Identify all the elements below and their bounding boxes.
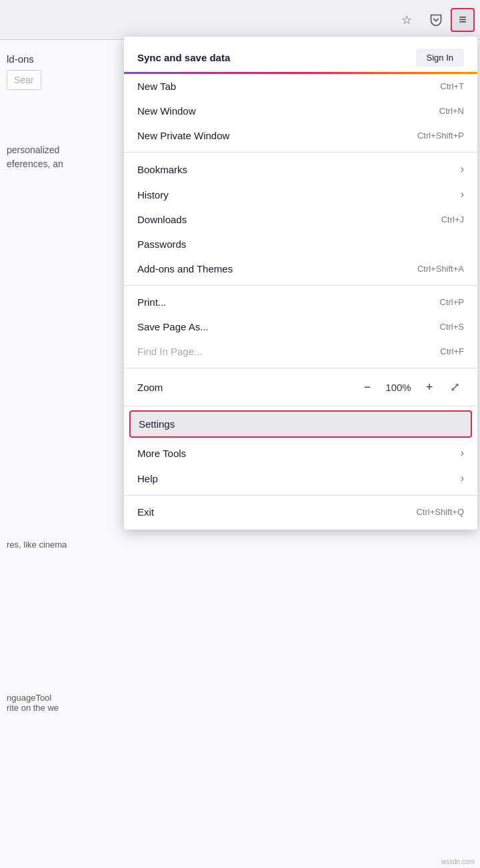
menu-item-new-private-window[interactable]: New Private Window Ctrl+Shift+P [124, 123, 477, 148]
menu-item-more-tools-label: More Tools [137, 448, 186, 459]
menu-item-passwords-label: Passwords [137, 238, 186, 250]
menu-item-addons-themes-label: Add-ons and Themes [137, 263, 233, 274]
bookmarks-arrow-icon: › [461, 163, 464, 175]
menu-item-new-window-label: New Window [137, 105, 196, 117]
menu-item-history[interactable]: History › [124, 182, 477, 207]
background-text-bottom: res, like cinema [0, 533, 120, 556]
browser-menu-dropdown: Sync and save data Sign In New Tab Ctrl+… [124, 37, 477, 530]
divider-4 [124, 406, 477, 406]
menu-item-new-tab[interactable]: New Tab Ctrl+T [124, 74, 477, 99]
menu-item-find-in-page[interactable]: Find In Page... Ctrl+F [124, 339, 477, 364]
divider-3 [124, 368, 477, 368]
menu-item-help-label: Help [137, 473, 158, 484]
zoom-fullscreen-button[interactable]: ⤢ [445, 378, 464, 396]
bg-bottom2-line1: nguageTool [7, 693, 113, 703]
bg-bottom2-line2: rite on the we [7, 703, 113, 713]
zoom-label: Zoom [137, 382, 163, 393]
bg-text-line2: eferences, an [7, 157, 113, 171]
background-page-content: ld-ons Sear personalized eferences, an [0, 40, 120, 185]
divider-2 [124, 285, 477, 286]
menu-item-bookmarks[interactable]: Bookmarks › [124, 157, 477, 182]
menu-item-print-label: Print... [137, 296, 166, 308]
menu-item-more-tools[interactable]: More Tools › [124, 440, 477, 466]
browser-toolbar: ☆ ≡ [0, 0, 480, 40]
menu-item-exit[interactable]: Exit Ctrl+Shift+Q [124, 500, 477, 524]
zoom-minus-button[interactable]: − [358, 378, 377, 396]
menu-item-print-shortcut: Ctrl+P [440, 297, 464, 307]
menu-item-new-tab-shortcut: Ctrl+T [440, 81, 464, 91]
bookmark-star-button[interactable]: ☆ [395, 8, 419, 32]
menu-item-save-page-shortcut: Ctrl+S [440, 322, 464, 332]
search-box-bg: Sear [7, 70, 41, 90]
menu-item-passwords[interactable]: Passwords [124, 232, 477, 256]
pocket-button[interactable] [424, 8, 448, 32]
sync-header: Sync and save data Sign In [124, 42, 477, 72]
help-arrow-icon: › [461, 472, 464, 484]
menu-item-new-window-shortcut: Ctrl+N [439, 106, 464, 116]
sign-in-button[interactable]: Sign In [416, 49, 464, 67]
sync-title: Sync and save data [137, 52, 230, 63]
menu-item-exit-shortcut: Ctrl+Shift+Q [416, 507, 464, 517]
fullscreen-icon: ⤢ [450, 380, 460, 394]
zoom-control: Zoom − 100% + ⤢ [124, 372, 477, 402]
menu-item-downloads-label: Downloads [137, 214, 187, 225]
menu-item-bookmarks-label: Bookmarks [137, 164, 187, 175]
menu-item-settings-label: Settings [139, 418, 175, 430]
divider-1 [124, 152, 477, 153]
divider-5 [124, 495, 477, 496]
menu-item-new-tab-label: New Tab [137, 81, 176, 92]
zoom-controls: − 100% + ⤢ [358, 378, 464, 396]
menu-item-addons-themes-shortcut: Ctrl+Shift+A [417, 264, 464, 274]
bg-bottom-text: res, like cinema [7, 540, 67, 550]
watermark: wsxdn.com [441, 858, 475, 865]
menu-item-print[interactable]: Print... Ctrl+P [124, 290, 477, 314]
menu-item-help[interactable]: Help › [124, 466, 477, 491]
menu-item-addons-themes[interactable]: Add-ons and Themes Ctrl+Shift+A [124, 256, 477, 281]
menu-item-downloads[interactable]: Downloads Ctrl+J [124, 207, 477, 232]
background-text-block: personalized eferences, an [7, 143, 113, 171]
hamburger-icon: ≡ [459, 12, 467, 27]
addons-label: ld-ons [7, 53, 113, 65]
background-text-bottom2: nguageTool rite on the we [0, 686, 120, 719]
zoom-plus-button[interactable]: + [420, 378, 439, 396]
more-tools-arrow-icon: › [461, 447, 464, 459]
history-arrow-icon: › [461, 189, 464, 201]
menu-item-new-private-window-label: New Private Window [137, 130, 229, 141]
bg-text-line1: personalized [7, 143, 113, 157]
menu-item-exit-label: Exit [137, 506, 154, 518]
menu-item-new-window[interactable]: New Window Ctrl+N [124, 99, 477, 123]
zoom-value: 100% [383, 382, 413, 393]
pocket-icon [429, 13, 443, 27]
menu-item-settings[interactable]: Settings [129, 410, 472, 438]
menu-item-new-private-window-shortcut: Ctrl+Shift+P [417, 131, 464, 141]
menu-item-save-page[interactable]: Save Page As... Ctrl+S [124, 314, 477, 339]
menu-item-find-in-page-label: Find In Page... [137, 346, 203, 357]
star-icon: ☆ [401, 13, 412, 27]
menu-item-history-label: History [137, 189, 169, 201]
menu-item-find-in-page-shortcut: Ctrl+F [440, 346, 464, 356]
menu-button[interactable]: ≡ [451, 8, 475, 32]
menu-item-downloads-shortcut: Ctrl+J [441, 215, 464, 224]
menu-item-save-page-label: Save Page As... [137, 321, 209, 332]
